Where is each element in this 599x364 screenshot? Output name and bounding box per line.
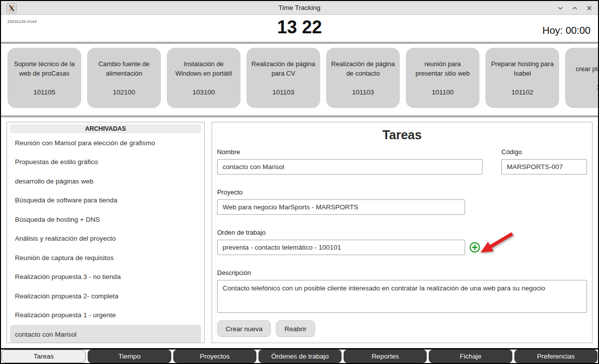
task-card-code: 103100 <box>192 89 215 96</box>
task-card-name: reunión para presentar sitio web <box>410 60 475 79</box>
archived-header: ARCHIVADAS <box>10 124 201 133</box>
archive-item[interactable]: Análisis y realización del proyecto <box>10 229 201 249</box>
header: 20231220-0144 13 22 Hoy: 00:00 <box>1 15 598 42</box>
task-card-code: 101 <box>597 84 598 91</box>
archive-item[interactable]: Realización propuesta 2- completa <box>10 286 201 306</box>
form-title: Tareas <box>217 128 587 142</box>
descripcion-textarea[interactable]: Contacto telefónico con un posible clien… <box>217 280 587 313</box>
codigo-label: Código <box>501 148 587 156</box>
close-icon[interactable] <box>585 4 593 12</box>
title-bar: Time Tracking <box>1 1 598 15</box>
nombre-label: Nombre <box>217 148 482 156</box>
reabrir-button[interactable]: Reabrir <box>276 320 315 337</box>
crear-nueva-button[interactable]: Crear nueva <box>217 320 271 337</box>
tab-fichaje[interactable]: Fichaje <box>429 350 512 363</box>
x11-app-icon <box>6 3 17 13</box>
archive-item[interactable]: desarrollo de páginas web <box>10 172 201 191</box>
window-controls <box>556 1 593 15</box>
tab-proyectos[interactable]: Proyectos <box>173 350 256 363</box>
proyecto-input[interactable] <box>217 199 465 215</box>
descripcion-label: Descripción <box>217 269 587 276</box>
task-card-name: Realización de página para CV <box>251 60 316 79</box>
archive-item[interactable]: Realización propuesta 1 - urgente <box>10 306 201 325</box>
task-card-name: Soporte técnico de la web de proCasas <box>12 60 77 79</box>
minimize-icon[interactable] <box>556 4 564 12</box>
task-card[interactable]: Preparar hosting para Isabel 101102 <box>485 48 559 108</box>
archive-item[interactable]: Reunión con Marisol para elección de gra… <box>10 133 201 153</box>
bottom-tab-bar: Tareas Tiempo Proyectos Órdenes de traba… <box>1 348 598 363</box>
task-card-name: crear plataforma b <box>576 65 598 74</box>
task-card-code: 101105 <box>33 89 55 96</box>
task-card-name: Cambio fuente de alimentación <box>92 60 156 79</box>
task-card-code: 101103 <box>272 89 294 96</box>
task-form-panel: Tareas Nombre Código Proyecto Orden de t… <box>212 122 593 343</box>
archived-tasks-panel: ARCHIVADAS Reunión con Marisol para elec… <box>6 122 205 343</box>
tab-preferencias[interactable]: Preferencias <box>514 350 598 363</box>
task-card[interactable]: Instalación de Windows en portátil 10310… <box>167 48 240 108</box>
task-card[interactable]: Realización de página de contacto 101103 <box>326 48 400 108</box>
plus-circle-icon <box>469 242 480 253</box>
task-card[interactable]: reunión para presentar sitio web 101100 <box>406 48 479 108</box>
task-card[interactable]: Soporte técnico de la web de proCasas 10… <box>7 48 81 108</box>
tab-tareas[interactable]: Tareas <box>1 350 86 363</box>
task-card-code: 101100 <box>432 89 454 96</box>
orden-input[interactable] <box>217 240 465 255</box>
archive-item[interactable]: Reunión de captura de requisitos <box>10 248 201 268</box>
nombre-input[interactable] <box>217 159 482 175</box>
today-total: Hoy: 00:00 <box>542 25 591 36</box>
task-card-code: 101103 <box>352 89 374 96</box>
task-card-name: Realización de página de contacto <box>331 60 395 79</box>
task-card-name: Instalación de Windows en portátil <box>171 60 236 79</box>
archive-item[interactable]: Realización propuesta 3 - no tienda <box>10 268 201 287</box>
task-card-code: 102100 <box>113 89 135 96</box>
tab-reportes[interactable]: Reportes <box>344 350 427 363</box>
archive-item[interactable]: Propuestas de estilo gráfico <box>10 153 201 172</box>
window-title: Time Tracking <box>278 4 320 11</box>
task-card[interactable]: crear plataforma b 101 <box>565 48 598 108</box>
app-window: Time Tracking 20231220-0144 13 22 Hoy: 0… <box>0 0 599 364</box>
task-card-code: 101102 <box>511 89 533 96</box>
archive-item[interactable]: Búsqueda de hosting + DNS <box>10 210 201 229</box>
codigo-input[interactable] <box>501 159 587 175</box>
tab-ordenes-de-trabajo[interactable]: Órdenes de trabajo <box>258 350 342 363</box>
archive-item-selected[interactable]: contacto con Marisol <box>10 325 201 343</box>
tab-tiempo[interactable]: Tiempo <box>88 350 171 363</box>
main-content: ARCHIVADAS Reunión con Marisol para elec… <box>1 117 598 348</box>
task-card-name: Preparar hosting para Isabel <box>490 60 555 79</box>
maximize-icon[interactable] <box>571 4 579 12</box>
task-card[interactable]: Cambio fuente de alimentación 102100 <box>87 48 161 108</box>
clock-display: 13 22 <box>1 17 598 38</box>
task-card[interactable]: Realización de página para CV 101103 <box>246 48 320 108</box>
add-orden-button[interactable] <box>469 242 480 253</box>
orden-label: Orden de trabajo <box>217 229 587 236</box>
archive-item[interactable]: Búsqueda de software para tienda <box>10 191 201 210</box>
task-cards-row: Soporte técnico de la web de proCasas 10… <box>1 44 598 115</box>
proyecto-label: Proyecto <box>217 188 587 196</box>
